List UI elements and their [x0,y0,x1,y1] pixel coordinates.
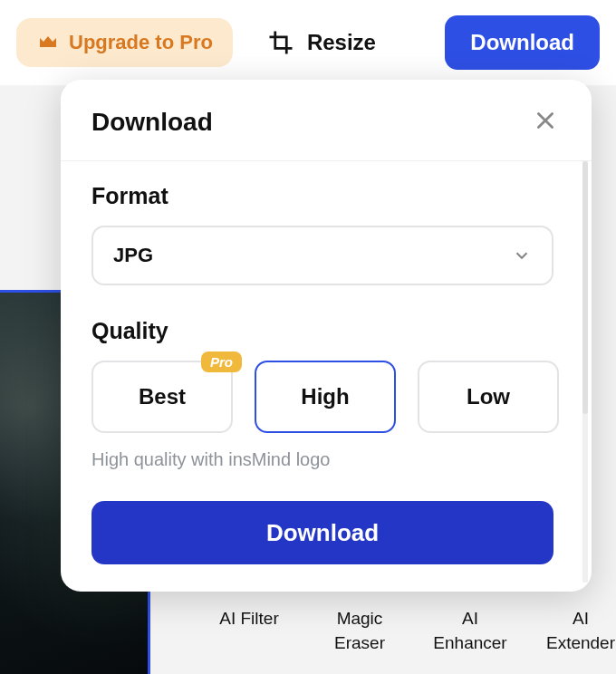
upgrade-label: Upgrade to Pro [69,31,213,54]
download-confirm-label: Download [266,519,379,546]
quality-option-high[interactable]: High [255,361,396,433]
top-toolbar: Upgrade to Pro Resize Download [0,0,616,86]
modal-header: Download [61,80,592,161]
format-select[interactable]: JPG [91,226,553,285]
quality-option-best[interactable]: Pro Best [91,361,233,433]
download-modal: Download Format JPG Quality Pro Best Hig… [61,80,592,592]
modal-body: Format JPG Quality Pro Best High Low Hig… [61,161,592,592]
tool-label: Magic Eraser [319,607,400,655]
format-section-label: Format [91,183,561,209]
crown-icon [36,32,60,53]
chevron-down-icon [512,246,532,265]
quality-option-low[interactable]: Low [418,361,559,433]
tool-ai-enhancer[interactable]: AI Enhancer [429,607,511,655]
resize-label: Resize [307,30,376,55]
download-top-label: Download [470,30,574,54]
modal-title: Download [91,108,213,137]
tool-ai-filter[interactable]: AI Filter [208,607,290,631]
close-icon [534,109,557,132]
download-confirm-button[interactable]: Download [91,501,553,564]
quality-section-label: Quality [91,318,561,344]
quality-option-label: Best [139,384,186,409]
format-value: JPG [113,244,153,267]
download-top-button[interactable]: Download [445,15,600,70]
tool-label: AI Enhancer [429,607,511,655]
tool-ai-extender[interactable]: AI Extender [540,607,616,655]
tool-label: AI Extender [540,607,616,655]
tool-label: AI Filter [219,607,278,631]
upgrade-to-pro-button[interactable]: Upgrade to Pro [16,18,233,67]
pro-badge: Pro [201,351,242,372]
quality-option-label: Low [467,384,510,409]
close-button[interactable] [530,105,561,139]
quality-options-row: Pro Best High Low [91,361,561,433]
bottom-tool-strip: AI Filter Magic Eraser AI Enhancer AI Ex… [208,607,616,674]
quality-option-label: High [301,384,349,409]
resize-button[interactable]: Resize [267,29,376,56]
tool-magic-eraser[interactable]: Magic Eraser [319,607,400,655]
crop-icon [267,29,294,56]
scrollbar[interactable] [582,161,588,583]
quality-note: High quality with insMind logo [91,449,561,470]
